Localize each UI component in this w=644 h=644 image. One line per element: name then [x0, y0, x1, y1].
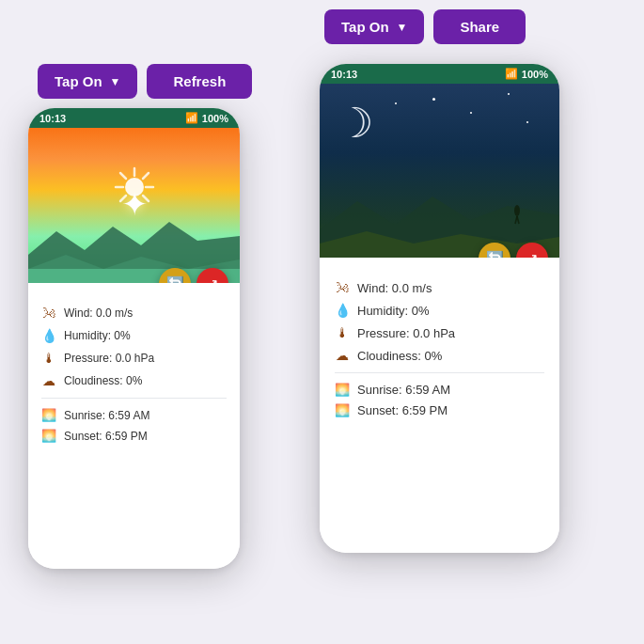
humidity-value-left: Humidity: 0%	[64, 329, 131, 342]
sunrise-row-left: 🌅 Sunrise: 6:59 AM	[41, 408, 227, 422]
share-action-button-right[interactable]: ↗	[516, 243, 548, 258]
status-bar-right: 10:13 📶 100%	[320, 64, 559, 84]
sunset-row-left: 🌅 Sunset: 6:59 PM	[41, 429, 227, 443]
phone-right: 10:13 📶 100% ☽	[320, 64, 559, 553]
pressure-icon-left: 🌡	[41, 351, 56, 366]
svg-point-3	[125, 178, 144, 196]
sunset-row-right: 🌅 Sunset: 6:59 PM	[335, 403, 544, 417]
humidity-icon-left: 💧	[41, 328, 56, 343]
divider-right	[335, 372, 544, 373]
star	[470, 112, 472, 114]
sunset-value-right: Sunset: 6:59 PM	[357, 403, 448, 417]
sunset-icon-left: 🌅	[41, 429, 56, 443]
tap-on-label-right: Tap On	[341, 19, 389, 35]
wind-value-left: Wind: 0.0 m/s	[64, 306, 133, 320]
star	[395, 102, 397, 104]
hero-night: ☽ 🔄 ↗	[320, 84, 559, 258]
sunrise-value-right: Sunrise: 6:59 AM	[357, 383, 450, 397]
cloudiness-value-right: Cloudiness: 0%	[357, 349, 442, 363]
tap-on-label-left: Tap On	[55, 73, 102, 89]
hero-day: ✦ 🔄 ↗	[28, 128, 240, 283]
sun-rays-svg	[112, 165, 157, 210]
refresh-button[interactable]: Refresh	[147, 64, 252, 99]
share-icon-left: ↗	[207, 275, 219, 283]
refresh-label: Refresh	[173, 73, 226, 89]
chevron-down-icon-right: ▼	[397, 21, 408, 34]
cloud-icon-right: ☁	[335, 348, 350, 363]
wifi-icon-right: 📶	[505, 68, 518, 80]
action-buttons-right: 🔄 ↗	[479, 243, 548, 258]
svg-line-11	[120, 196, 126, 201]
svg-point-14	[514, 205, 520, 216]
wind-row-right: 🌬 Wind: 0.0 m/s	[335, 280, 544, 295]
share-action-button-left[interactable]: ↗	[196, 268, 228, 283]
cloudiness-value-left: Cloudiness: 0%	[64, 374, 142, 387]
humidity-value-right: Humidity: 0%	[357, 304, 430, 318]
phone-left: 10:13 📶 100% ✦	[28, 108, 240, 569]
wifi-icon-left: 📶	[185, 112, 198, 124]
wind-icon-right: 🌬	[335, 280, 350, 295]
sky-night: ☽	[320, 84, 559, 258]
pressure-value-right: Pressure: 0.0 hPa	[357, 326, 455, 340]
time-right: 10:13	[331, 69, 357, 80]
star	[432, 98, 435, 101]
pressure-icon-right: 🌡	[335, 325, 350, 340]
weather-content-right: 🌬 Wind: 0.0 m/s 💧 Humidity: 0% 🌡 Pressur…	[320, 258, 559, 553]
sunrise-row-right: 🌅 Sunrise: 6:59 AM	[335, 383, 544, 397]
sunrise-icon-left: 🌅	[41, 408, 56, 422]
share-label: Share	[460, 19, 499, 35]
cloudiness-row-left: ☁ Cloudiness: 0%	[41, 373, 227, 388]
share-button-toolbar[interactable]: Share	[433, 9, 526, 44]
tap-on-button-right[interactable]: Tap On ▼	[324, 9, 424, 44]
battery-right: 100%	[522, 69, 548, 80]
toolbar-left: Tap On ▼ Refresh	[38, 64, 252, 99]
refresh-icon-right: 🔄	[486, 250, 504, 258]
sky-day: ✦	[28, 128, 240, 283]
humidity-row-right: 💧 Humidity: 0%	[335, 303, 544, 318]
tap-on-button-left[interactable]: Tap On ▼	[38, 64, 137, 99]
humidity-row-left: 💧 Humidity: 0%	[41, 328, 227, 343]
status-icons-right: 📶 100%	[505, 68, 548, 80]
share-icon-right: ↗	[526, 250, 539, 258]
battery-left: 100%	[202, 113, 228, 124]
time-left: 10:13	[39, 113, 66, 124]
sunset-icon-right: 🌅	[335, 403, 350, 417]
divider-left	[41, 398, 227, 399]
star	[508, 93, 510, 95]
status-bar-left: 10:13 📶 100%	[28, 108, 240, 128]
wind-value-right: Wind: 0.0 m/s	[357, 281, 432, 295]
action-buttons-left: 🔄 ↗	[159, 268, 228, 283]
sunrise-value-left: Sunrise: 6:59 AM	[64, 409, 149, 422]
toolbar-right: Tap On ▼ Share	[324, 9, 526, 44]
svg-line-10	[143, 173, 149, 179]
sunrise-icon-right: 🌅	[335, 383, 350, 397]
humidity-icon-right: 💧	[335, 303, 350, 318]
refresh-action-button-left[interactable]: 🔄	[159, 268, 191, 283]
svg-line-9	[143, 196, 149, 201]
refresh-action-button-right[interactable]: 🔄	[479, 243, 510, 258]
wind-row-left: 🌬 Wind: 0.0 m/s	[41, 306, 227, 321]
status-icons-left: 📶 100%	[185, 112, 228, 124]
star	[526, 121, 528, 123]
weather-content-left: 🌬 Wind: 0.0 m/s 💧 Humidity: 0% 🌡 Pressur…	[28, 283, 240, 569]
refresh-icon-left: 🔄	[166, 275, 184, 283]
scene: Tap On ▼ Refresh Tap On ▼ Share 10:13 📶 …	[0, 0, 644, 644]
pressure-value-left: Pressure: 0.0 hPa	[64, 352, 154, 365]
pressure-row-left: 🌡 Pressure: 0.0 hPa	[41, 351, 227, 366]
cloud-icon-left: ☁	[41, 373, 56, 388]
cloudiness-row-right: ☁ Cloudiness: 0%	[335, 348, 544, 363]
chevron-down-icon-left: ▼	[110, 75, 121, 88]
sunset-value-left: Sunset: 6:59 PM	[64, 430, 148, 443]
wind-icon-left: 🌬	[41, 306, 56, 321]
svg-line-8	[120, 173, 126, 179]
pressure-row-right: 🌡 Pressure: 0.0 hPa	[335, 325, 544, 340]
moon-icon: ☽	[337, 102, 373, 144]
